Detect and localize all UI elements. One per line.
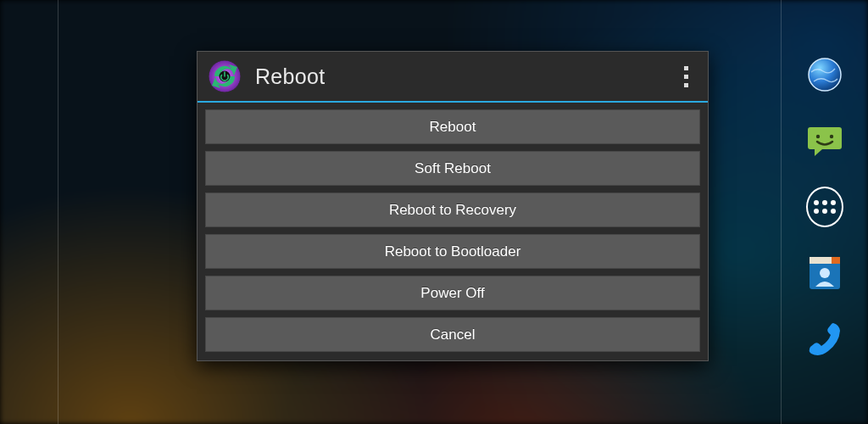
- reboot-to-bootloader-button[interactable]: Reboot to Bootloader: [205, 234, 700, 269]
- reboot-app-icon: [206, 58, 243, 95]
- svg-point-0: [809, 59, 841, 91]
- svg-point-2: [830, 135, 833, 138]
- browser-icon[interactable]: [806, 56, 843, 93]
- svg-rect-5: [832, 257, 840, 264]
- svg-point-1: [816, 135, 820, 138]
- reboot-button[interactable]: Reboot: [205, 109, 700, 144]
- app-drawer-icon[interactable]: [806, 188, 843, 226]
- soft-reboot-button[interactable]: Soft Reboot: [205, 151, 700, 186]
- reboot-dialog: Reboot Reboot Soft Reboot Reboot to Reco…: [197, 51, 709, 361]
- dialog-title: Reboot: [255, 64, 676, 89]
- page-divider-right: [781, 0, 782, 424]
- messaging-icon[interactable]: [806, 122, 843, 159]
- svg-point-6: [820, 268, 830, 278]
- cancel-button[interactable]: Cancel: [205, 317, 700, 352]
- dock: [800, 56, 849, 358]
- phone-icon[interactable]: [806, 321, 843, 358]
- reboot-to-recovery-button[interactable]: Reboot to Recovery: [205, 192, 700, 227]
- dialog-header: Reboot: [198, 52, 708, 103]
- dialog-body: Reboot Soft Reboot Reboot to Recovery Re…: [198, 103, 708, 360]
- contacts-icon[interactable]: [806, 254, 843, 292]
- power-off-button[interactable]: Power Off: [205, 276, 700, 310]
- page-divider-left: [58, 0, 58, 424]
- overflow-menu-button[interactable]: [676, 59, 696, 93]
